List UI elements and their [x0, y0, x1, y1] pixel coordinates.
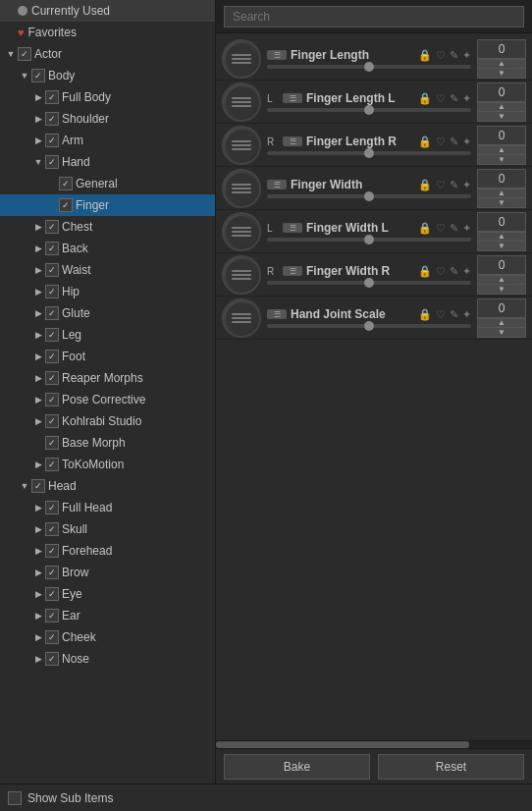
expander-back[interactable]: ▶	[31, 242, 45, 255]
slider-track-finger-length[interactable]	[267, 65, 471, 69]
show-sub-items-checkbox[interactable]	[8, 791, 22, 805]
checkbox-skull[interactable]	[45, 522, 59, 536]
checkbox-full-head[interactable]	[45, 501, 59, 514]
tree-item-glute[interactable]: ▶Glute	[0, 302, 215, 324]
spinner-up-finger-width-r[interactable]: ▲	[477, 275, 526, 285]
checkbox-leg[interactable]	[45, 328, 59, 342]
expander-base-morph[interactable]	[31, 436, 45, 450]
edit-icon-hand-joint-scale[interactable]: ✎	[450, 308, 458, 321]
spinner-up-finger-width[interactable]: ▲	[477, 189, 526, 198]
spinner-up-hand-joint-scale[interactable]: ▲	[477, 318, 526, 328]
morph-value-input-finger-length-r[interactable]	[477, 126, 526, 145]
tree-item-ear[interactable]: ▶Ear	[0, 605, 215, 626]
checkbox-kohlrabi-studio[interactable]	[45, 414, 59, 428]
expander-chest[interactable]: ▶	[31, 220, 45, 234]
slider-track-finger-length-r[interactable]	[267, 151, 471, 155]
expander-leg[interactable]: ▶	[31, 328, 45, 342]
expander-brow[interactable]: ▶	[31, 566, 45, 579]
spinner-down-finger-length-r[interactable]: ▼	[477, 155, 526, 165]
tree-item-skull[interactable]: ▶Skull	[0, 518, 215, 540]
morph-knob-finger-length-l[interactable]	[222, 82, 261, 122]
tree-item-foot[interactable]: ▶Foot	[0, 346, 215, 367]
morph-value-input-finger-width-r[interactable]	[477, 255, 526, 275]
checkbox-ear[interactable]	[45, 609, 59, 622]
morph-value-input-finger-length-l[interactable]	[477, 82, 526, 102]
tree-item-kohlrabi-studio[interactable]: ▶Kohlrabi Studio	[0, 410, 215, 432]
checkbox-actor[interactable]	[18, 47, 31, 61]
tree-item-hand[interactable]: ▼Hand	[0, 151, 215, 173]
morph-value-input-finger-width[interactable]	[477, 169, 526, 189]
edit-icon-finger-width-l[interactable]: ✎	[450, 222, 458, 235]
morph-knob-finger-width-l[interactable]	[222, 212, 261, 251]
expander-head[interactable]: ▼	[18, 479, 31, 493]
tree-item-forehead[interactable]: ▶Forehead	[0, 540, 215, 562]
checkbox-pose-corrective[interactable]	[45, 393, 59, 406]
expander-cheek[interactable]: ▶	[31, 630, 45, 644]
checkbox-shoulder[interactable]	[45, 112, 59, 126]
tree-item-cheek[interactable]: ▶Cheek	[0, 626, 215, 648]
spinner-down-finger-width-l[interactable]: ▼	[477, 242, 526, 251]
checkbox-eye[interactable]	[45, 587, 59, 601]
checkbox-hand[interactable]	[45, 155, 59, 169]
lock-icon-finger-width[interactable]: 🔒	[418, 179, 432, 191]
tree-item-arm[interactable]: ▶Arm	[0, 130, 215, 151]
morph-value-input-finger-width-l[interactable]	[477, 212, 526, 232]
checkbox-cheek[interactable]	[45, 630, 59, 644]
expander-currently-used[interactable]	[4, 4, 18, 18]
expander-ear[interactable]: ▶	[31, 609, 45, 622]
expander-shoulder[interactable]: ▶	[31, 112, 45, 126]
checkbox-arm[interactable]	[45, 134, 59, 147]
tree-item-full-head[interactable]: ▶Full Head	[0, 497, 215, 518]
expander-waist[interactable]: ▶	[31, 263, 45, 277]
expander-finger[interactable]	[45, 198, 59, 212]
edit-icon-finger-width[interactable]: ✎	[450, 179, 458, 191]
expander-nose[interactable]: ▶	[31, 652, 45, 666]
heart-icon-finger-length-r[interactable]: ♡	[436, 135, 446, 148]
tree-item-leg[interactable]: ▶Leg	[0, 324, 215, 346]
morph-value-input-finger-length[interactable]	[477, 39, 526, 59]
heart-icon-finger-width[interactable]: ♡	[436, 179, 446, 191]
star-icon-finger-width[interactable]: ✦	[462, 179, 471, 191]
morph-knob-finger-length-r[interactable]	[222, 126, 261, 165]
lock-icon-finger-length-r[interactable]: 🔒	[418, 135, 432, 148]
expander-kohlrabi-studio[interactable]: ▶	[31, 414, 45, 428]
checkbox-chest[interactable]	[45, 220, 59, 234]
expander-eye[interactable]: ▶	[31, 587, 45, 601]
slider-track-finger-width-r[interactable]	[267, 281, 471, 285]
checkbox-hip[interactable]	[45, 285, 59, 298]
heart-icon-finger-width-r[interactable]: ♡	[436, 265, 446, 278]
checkbox-nose[interactable]	[45, 652, 59, 666]
tree-item-body[interactable]: ▼Body	[0, 65, 215, 86]
heart-icon-finger-length-l[interactable]: ♡	[436, 92, 446, 105]
checkbox-waist[interactable]	[45, 263, 59, 277]
expander-foot[interactable]: ▶	[31, 350, 45, 363]
star-icon-finger-width-l[interactable]: ✦	[462, 222, 471, 235]
slider-track-finger-width-l[interactable]	[267, 238, 471, 242]
lock-icon-hand-joint-scale[interactable]: 🔒	[418, 308, 432, 321]
expander-full-head[interactable]: ▶	[31, 501, 45, 514]
morph-knob-finger-width[interactable]	[222, 169, 261, 208]
tree-item-tokomation[interactable]: ▶ToKoMotion	[0, 454, 215, 475]
lock-icon-finger-length[interactable]: 🔒	[418, 49, 432, 62]
checkbox-back[interactable]	[45, 242, 59, 255]
checkbox-glute[interactable]	[45, 306, 59, 320]
star-icon-finger-length[interactable]: ✦	[462, 49, 471, 62]
tree-item-reaper-morphs[interactable]: ▶Reaper Morphs	[0, 367, 215, 389]
expander-hip[interactable]: ▶	[31, 285, 45, 298]
tree-item-pose-corrective[interactable]: ▶Pose Corrective	[0, 389, 215, 410]
slider-track-finger-width[interactable]	[267, 194, 471, 198]
edit-icon-finger-length-l[interactable]: ✎	[450, 92, 458, 105]
tree-item-full-body[interactable]: ▶Full Body	[0, 86, 215, 108]
heart-icon-finger-length[interactable]: ♡	[436, 49, 446, 62]
tree-item-base-morph[interactable]: Base Morph	[0, 432, 215, 454]
checkbox-forehead[interactable]	[45, 544, 59, 558]
checkbox-foot[interactable]	[45, 350, 59, 363]
lock-icon-finger-width-l[interactable]: 🔒	[418, 222, 432, 235]
checkbox-full-body[interactable]	[45, 90, 59, 104]
edit-icon-finger-width-r[interactable]: ✎	[450, 265, 458, 278]
tree-item-eye[interactable]: ▶Eye	[0, 583, 215, 605]
checkbox-tokomation[interactable]	[45, 458, 59, 471]
slider-track-finger-length-l[interactable]	[267, 108, 471, 112]
spinner-down-hand-joint-scale[interactable]: ▼	[477, 328, 526, 338]
checkbox-base-morph[interactable]	[45, 436, 59, 450]
